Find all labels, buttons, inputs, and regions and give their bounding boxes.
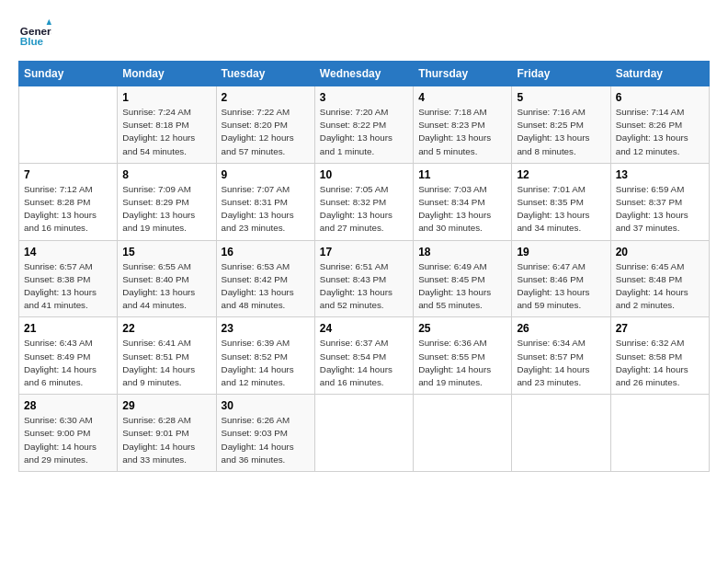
day-info: Sunrise: 7:22 AMSunset: 8:20 PMDaylight:… (222, 106, 310, 158)
day-info: Sunrise: 7:03 AMSunset: 8:34 PMDaylight:… (418, 183, 506, 236)
col-header-thursday: Thursday (414, 62, 512, 86)
week-row-5: 28Sunrise: 6:30 AMSunset: 9:00 PMDayligh… (19, 395, 710, 472)
day-number: 7 (24, 168, 112, 181)
day-number: 21 (24, 322, 112, 335)
col-header-tuesday: Tuesday (216, 62, 314, 86)
day-cell: 19Sunrise: 6:47 AMSunset: 8:46 PMDayligh… (512, 240, 610, 317)
day-number: 2 (222, 91, 310, 104)
day-number: 13 (616, 168, 704, 181)
day-number: 6 (616, 91, 704, 104)
calendar-body: 1Sunrise: 7:24 AMSunset: 8:18 PMDaylight… (19, 86, 710, 472)
day-number: 10 (320, 168, 408, 181)
day-number: 18 (418, 246, 506, 259)
day-number: 23 (222, 322, 310, 335)
col-header-monday: Monday (118, 62, 216, 86)
day-info: Sunrise: 6:59 AMSunset: 8:37 PMDaylight:… (616, 183, 704, 236)
svg-marker-2 (47, 19, 51, 25)
day-info: Sunrise: 7:07 AMSunset: 8:31 PMDaylight:… (222, 183, 310, 236)
day-info: Sunrise: 7:05 AMSunset: 8:32 PMDaylight:… (320, 183, 408, 236)
day-cell: 6Sunrise: 7:14 AMSunset: 8:26 PMDaylight… (610, 86, 709, 164)
day-info: Sunrise: 6:57 AMSunset: 8:38 PMDaylight:… (24, 260, 112, 313)
week-row-3: 14Sunrise: 6:57 AMSunset: 8:38 PMDayligh… (19, 240, 710, 317)
day-cell: 13Sunrise: 6:59 AMSunset: 8:37 PMDayligh… (610, 163, 709, 240)
day-number: 26 (517, 322, 605, 335)
day-cell: 18Sunrise: 6:49 AMSunset: 8:45 PMDayligh… (414, 240, 512, 317)
day-cell: 26Sunrise: 6:34 AMSunset: 8:57 PMDayligh… (512, 317, 610, 395)
day-info: Sunrise: 6:51 AMSunset: 8:43 PMDaylight:… (320, 260, 408, 313)
day-number: 11 (418, 168, 506, 181)
day-cell: 30Sunrise: 6:26 AMSunset: 9:03 PMDayligh… (216, 395, 314, 472)
day-info: Sunrise: 6:37 AMSunset: 8:54 PMDaylight:… (320, 337, 408, 389)
day-cell: 7Sunrise: 7:12 AMSunset: 8:28 PMDaylight… (19, 163, 118, 240)
day-number: 16 (222, 246, 310, 259)
day-number: 4 (418, 91, 506, 104)
day-number: 5 (517, 91, 605, 104)
day-cell (512, 395, 610, 472)
day-number: 27 (616, 322, 704, 335)
day-info: Sunrise: 6:43 AMSunset: 8:49 PMDaylight:… (24, 337, 112, 389)
day-cell: 1Sunrise: 7:24 AMSunset: 8:18 PMDaylight… (118, 86, 216, 164)
day-info: Sunrise: 7:12 AMSunset: 8:28 PMDaylight:… (24, 183, 112, 236)
day-cell: 9Sunrise: 7:07 AMSunset: 8:31 PMDaylight… (216, 163, 314, 240)
col-header-saturday: Saturday (610, 62, 709, 86)
day-info: Sunrise: 6:32 AMSunset: 8:58 PMDaylight:… (616, 337, 704, 389)
day-info: Sunrise: 7:01 AMSunset: 8:35 PMDaylight:… (517, 183, 605, 236)
day-info: Sunrise: 6:53 AMSunset: 8:42 PMDaylight:… (222, 260, 310, 313)
day-info: Sunrise: 6:39 AMSunset: 8:52 PMDaylight:… (222, 337, 310, 389)
day-info: Sunrise: 7:09 AMSunset: 8:29 PMDaylight:… (122, 183, 210, 236)
day-cell: 2Sunrise: 7:22 AMSunset: 8:20 PMDaylight… (216, 86, 314, 164)
logo: General Blue (18, 17, 55, 50)
day-number: 9 (222, 168, 310, 181)
header: General Blue (18, 17, 710, 50)
calendar-table: SundayMondayTuesdayWednesdayThursdayFrid… (18, 61, 710, 472)
day-number: 25 (418, 322, 506, 335)
day-info: Sunrise: 6:30 AMSunset: 9:00 PMDaylight:… (24, 414, 112, 466)
day-cell: 16Sunrise: 6:53 AMSunset: 8:42 PMDayligh… (216, 240, 314, 317)
col-header-friday: Friday (512, 62, 610, 86)
col-header-sunday: Sunday (19, 62, 118, 86)
day-cell (414, 395, 512, 472)
col-header-wednesday: Wednesday (314, 62, 413, 86)
day-number: 29 (122, 399, 210, 412)
day-info: Sunrise: 7:18 AMSunset: 8:23 PMDaylight:… (418, 106, 506, 158)
svg-text:Blue: Blue (20, 35, 44, 47)
week-row-1: 1Sunrise: 7:24 AMSunset: 8:18 PMDaylight… (19, 86, 710, 164)
day-number: 20 (616, 246, 704, 259)
day-info: Sunrise: 6:45 AMSunset: 8:48 PMDaylight:… (616, 260, 704, 313)
day-number: 30 (222, 399, 310, 412)
day-info: Sunrise: 6:36 AMSunset: 8:55 PMDaylight:… (418, 337, 506, 389)
day-cell: 11Sunrise: 7:03 AMSunset: 8:34 PMDayligh… (414, 163, 512, 240)
day-number: 8 (122, 168, 210, 181)
calendar-header: SundayMondayTuesdayWednesdayThursdayFrid… (19, 62, 710, 86)
day-info: Sunrise: 7:14 AMSunset: 8:26 PMDaylight:… (616, 106, 704, 158)
day-cell: 4Sunrise: 7:18 AMSunset: 8:23 PMDaylight… (414, 86, 512, 164)
day-cell: 27Sunrise: 6:32 AMSunset: 8:58 PMDayligh… (610, 317, 709, 395)
day-cell: 21Sunrise: 6:43 AMSunset: 8:49 PMDayligh… (19, 317, 118, 395)
day-cell (610, 395, 709, 472)
day-info: Sunrise: 6:41 AMSunset: 8:51 PMDaylight:… (122, 337, 210, 389)
day-cell: 28Sunrise: 6:30 AMSunset: 9:00 PMDayligh… (19, 395, 118, 472)
day-number: 1 (122, 91, 210, 104)
day-info: Sunrise: 7:24 AMSunset: 8:18 PMDaylight:… (122, 106, 210, 158)
day-info: Sunrise: 6:26 AMSunset: 9:03 PMDaylight:… (222, 414, 310, 466)
day-cell (314, 395, 413, 472)
day-cell: 25Sunrise: 6:36 AMSunset: 8:55 PMDayligh… (414, 317, 512, 395)
day-info: Sunrise: 7:20 AMSunset: 8:22 PMDaylight:… (320, 106, 408, 158)
day-info: Sunrise: 6:47 AMSunset: 8:46 PMDaylight:… (517, 260, 605, 313)
week-row-4: 21Sunrise: 6:43 AMSunset: 8:49 PMDayligh… (19, 317, 710, 395)
day-info: Sunrise: 6:34 AMSunset: 8:57 PMDaylight:… (517, 337, 605, 389)
day-info: Sunrise: 6:49 AMSunset: 8:45 PMDaylight:… (418, 260, 506, 313)
day-cell: 12Sunrise: 7:01 AMSunset: 8:35 PMDayligh… (512, 163, 610, 240)
logo-icon: General Blue (18, 17, 51, 50)
day-number: 15 (122, 246, 210, 259)
day-cell: 8Sunrise: 7:09 AMSunset: 8:29 PMDaylight… (118, 163, 216, 240)
page: General Blue SundayMondayTuesdayWednesda… (0, 0, 728, 563)
day-cell: 14Sunrise: 6:57 AMSunset: 8:38 PMDayligh… (19, 240, 118, 317)
day-number: 12 (517, 168, 605, 181)
day-cell: 17Sunrise: 6:51 AMSunset: 8:43 PMDayligh… (314, 240, 413, 317)
day-number: 3 (320, 91, 408, 104)
day-cell: 23Sunrise: 6:39 AMSunset: 8:52 PMDayligh… (216, 317, 314, 395)
day-cell: 15Sunrise: 6:55 AMSunset: 8:40 PMDayligh… (118, 240, 216, 317)
day-cell: 22Sunrise: 6:41 AMSunset: 8:51 PMDayligh… (118, 317, 216, 395)
day-number: 22 (122, 322, 210, 335)
